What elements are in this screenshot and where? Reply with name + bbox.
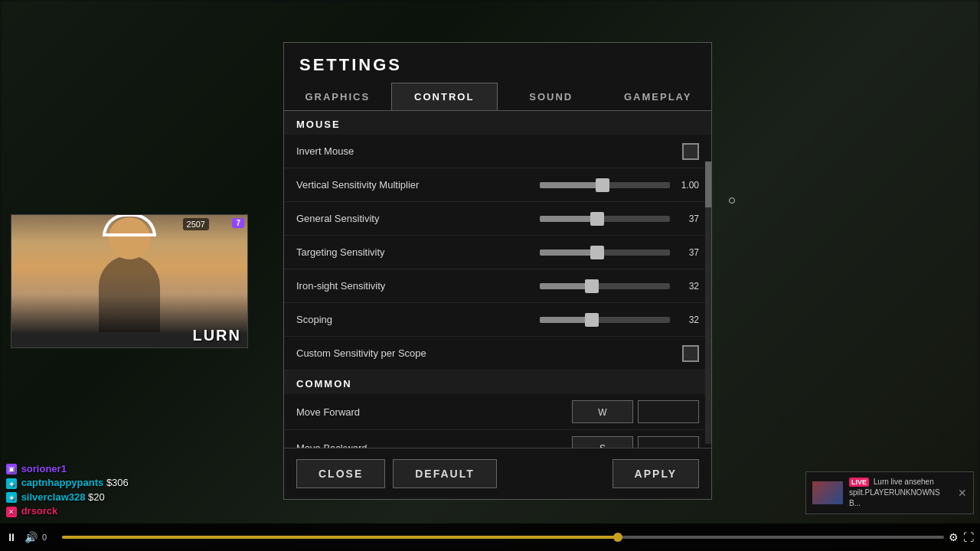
scoping-slider[interactable] — [540, 317, 670, 323]
slider-thumb[interactable] — [590, 246, 604, 259]
vert-sensitivity-value: 1.00 — [676, 180, 699, 191]
custom-sensitivity-control — [465, 345, 699, 362]
slider-fill — [540, 216, 597, 222]
video-settings-icon[interactable]: ⚙ — [949, 531, 959, 543]
username: captnhappypants — [21, 477, 104, 488]
chat-messages: ▣ sorioner1 ◈ captnhappypants $306 ◈ sil… — [6, 463, 247, 517]
settings-content: MOUSE Invert Mouse Vertical Sensitivity … — [284, 111, 711, 448]
scrollbar-track — [705, 161, 711, 444]
common-section-header: COMMON — [284, 370, 711, 394]
vert-sensitivity-label: Vertical Sensitivity Multiplier — [296, 179, 465, 191]
general-sensitivity-slider[interactable] — [540, 216, 670, 222]
vert-sensitivity-row: Vertical Sensitivity Multiplier 1.00 — [284, 168, 711, 202]
progress-fill — [62, 536, 618, 539]
custom-sensitivity-checkbox[interactable] — [682, 345, 699, 362]
slider-thumb[interactable] — [585, 279, 599, 293]
move-forward-row: Move Forward W — [284, 394, 711, 430]
ironsight-sensitivity-row: Iron-sight Sensitivity 32 — [284, 269, 711, 303]
move-forward-label: Move Forward — [296, 406, 465, 418]
targeting-sensitivity-slider[interactable] — [540, 249, 670, 256]
ironsight-sensitivity-slider[interactable] — [540, 283, 670, 289]
ironsight-sensitivity-value: 32 — [676, 281, 699, 292]
targeting-sensitivity-control: 37 — [465, 247, 699, 258]
targeting-sensitivity-value: 37 — [676, 247, 699, 258]
twitch-notif-text: LIVE Lurn live ansehen spilt.PLAYERUNKNO… — [849, 477, 952, 509]
slider-fill — [540, 317, 592, 323]
invert-mouse-checkbox[interactable] — [682, 143, 699, 160]
bits-badge: ◈ — [6, 478, 17, 489]
tab-graphics[interactable]: GRAPHICS — [284, 83, 391, 110]
invert-mouse-label: Invert Mouse — [296, 145, 465, 157]
time-label: 0 — [42, 533, 57, 542]
move-backward-row: Move Backward S — [284, 430, 711, 448]
slider-fill — [540, 249, 597, 256]
ironsight-sensitivity-label: Iron-sight Sensitivity — [296, 280, 465, 292]
chat-amount: $306 — [106, 477, 129, 488]
video-bar: ⏸ 🔊 0 ⚙ ⛶ — [0, 523, 980, 551]
twitch-notif-title: Lurn live ansehen — [874, 478, 934, 486]
twitch-notification: LIVE Lurn live ansehen spilt.PLAYERUNKNO… — [805, 471, 974, 514]
twitch-notif-thumbnail — [812, 481, 843, 504]
bits-badge: ◈ — [6, 492, 17, 503]
targeting-sensitivity-row: Targeting Sensitivity 37 — [284, 236, 711, 269]
webcam-viewer-count: 2507 — [183, 218, 209, 230]
slider-thumb[interactable] — [596, 178, 609, 192]
scoping-control: 32 — [465, 315, 699, 325]
x-badge: ✕ — [6, 507, 17, 517]
custom-sensitivity-label: Custom Sensitivity per Scope — [296, 347, 465, 359]
ironsight-sensitivity-control: 32 — [465, 281, 699, 292]
webcam-overlay: LURN 2507 7 — [11, 214, 248, 348]
general-sensitivity-value: 37 — [676, 214, 699, 224]
settings-tabs: GRAPHICS CONTROL SOUND GAMEPLAY — [284, 83, 711, 111]
tab-sound[interactable]: SOUND — [498, 83, 605, 110]
scrollbar-thumb[interactable] — [705, 161, 711, 207]
progress-thumb[interactable] — [613, 533, 622, 542]
list-item: ◈ captnhappypants $306 — [6, 477, 247, 489]
username: silverclaw328 — [21, 491, 86, 503]
vert-sensitivity-slider[interactable] — [540, 182, 670, 188]
general-sensitivity-row: General Sensitivity 37 — [284, 202, 711, 236]
general-sensitivity-control: 37 — [465, 214, 699, 224]
list-item: ◈ silverclaw328 $20 — [6, 491, 247, 504]
volume-icon[interactable]: 🔊 — [24, 531, 38, 543]
move-forward-control: W — [465, 400, 699, 423]
twitch-notif-subtext: spilt.PLAYERUNKNOWNS B... — [849, 488, 940, 507]
chat-amount: $20 — [88, 491, 105, 503]
scoping-label: Scoping — [296, 314, 465, 325]
webcam-label: LURN — [192, 327, 241, 344]
slider-thumb[interactable] — [585, 313, 599, 327]
live-badge: LIVE — [849, 478, 869, 487]
mouse-section-header: MOUSE — [284, 111, 711, 135]
move-backward-label: Move Backward — [296, 442, 465, 448]
apply-button[interactable]: APPLY — [612, 459, 699, 488]
webcam-video: LURN 2507 7 — [11, 215, 247, 347]
close-button[interactable]: CLOSE — [296, 459, 385, 488]
vert-sensitivity-control: 1.00 — [465, 180, 699, 191]
invert-mouse-row: Invert Mouse — [284, 135, 711, 168]
settings-modal: SETTINGS GRAPHICS CONTROL SOUND GAMEPLAY… — [283, 42, 712, 500]
scoping-row: Scoping 32 — [284, 303, 711, 337]
webcam-sub-count: 7 — [232, 218, 244, 228]
sub-badge: ▣ — [6, 464, 17, 474]
fullscreen-icon[interactable]: ⛶ — [963, 531, 974, 543]
scoping-value: 32 — [676, 315, 699, 325]
slider-fill — [540, 283, 592, 289]
custom-sensitivity-row: Custom Sensitivity per Scope — [284, 337, 711, 370]
video-progress-bar[interactable] — [62, 536, 944, 539]
twitch-notif-close-icon[interactable]: ✕ — [958, 487, 967, 499]
invert-mouse-control — [465, 143, 699, 160]
tab-gameplay[interactable]: GAMEPLAY — [605, 83, 712, 110]
default-button[interactable]: DEFAULT — [393, 459, 497, 488]
general-sensitivity-label: General Sensitivity — [296, 213, 465, 224]
move-backward-control: S — [465, 436, 699, 448]
move-forward-secondary[interactable] — [638, 400, 699, 423]
move-forward-primary[interactable]: W — [572, 400, 633, 423]
pause-button[interactable]: ⏸ — [6, 531, 17, 543]
tab-control[interactable]: CONTROL — [391, 83, 498, 110]
move-backward-primary[interactable]: S — [572, 436, 633, 448]
username: sorioner1 — [21, 463, 67, 474]
username: drsorck — [21, 505, 58, 517]
slider-thumb[interactable] — [590, 212, 604, 226]
move-backward-secondary[interactable] — [638, 436, 699, 448]
list-item: ▣ sorioner1 — [6, 463, 247, 475]
